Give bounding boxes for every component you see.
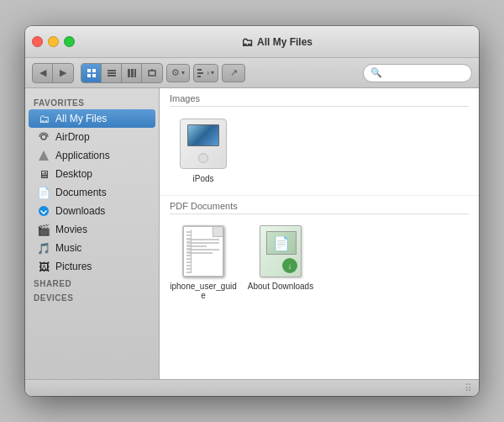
favorites-label: FAVORITES (25, 95, 159, 109)
pdf-section: PDF Documents (160, 195, 479, 312)
close-button[interactable] (32, 36, 43, 47)
share-button[interactable]: ↗ (222, 64, 245, 82)
columns-icon (127, 68, 137, 78)
ipod-screen (187, 124, 219, 146)
svg-point-17 (39, 206, 49, 216)
grid-icon (87, 68, 97, 78)
sidebar-item-documents[interactable]: 📄 Documents (29, 183, 155, 202)
action-dropdown-arrow: ▾ (181, 69, 185, 76)
arrange-button[interactable]: ▾ (193, 64, 218, 82)
pdf-content (187, 239, 219, 254)
about-downloads-icon: 📄 ↓ (260, 225, 302, 277)
search-box[interactable]: 🔍 (363, 64, 472, 82)
images-file-grid: iPods (170, 113, 469, 193)
forward-button[interactable]: ▶ (53, 64, 73, 82)
pictures-icon: 🖼 (37, 260, 50, 273)
sidebar-desktop-label: Desktop (55, 168, 92, 180)
window-title-icon: 🗂 (241, 35, 253, 49)
sidebar-documents-label: Documents (55, 187, 107, 198)
svg-rect-6 (108, 75, 116, 76)
arrange-dropdown-arrow: ▾ (211, 69, 214, 76)
sidebar-item-all-my-files[interactable]: 🗂 All My Files (29, 109, 155, 128)
iphone-guide-label: iphone_user_guide (170, 282, 237, 300)
main-area: FAVORITES 🗂 All My Files AirDrop (25, 88, 479, 379)
maximize-button[interactable] (64, 36, 75, 47)
svg-rect-1 (92, 69, 96, 72)
sidebar-item-desktop[interactable]: 🖥 Desktop (29, 165, 155, 183)
nav-buttons: ◀ ▶ (32, 63, 74, 83)
svg-rect-5 (108, 72, 116, 74)
search-icon: 🔍 (370, 67, 382, 78)
sidebar-movies-label: Movies (55, 224, 87, 235)
about-downloads-label: About Downloads (248, 282, 313, 291)
sidebar-pictures-label: Pictures (55, 261, 92, 272)
svg-rect-8 (131, 69, 134, 77)
sidebar-item-label: All My Files (55, 113, 107, 124)
file-item-ipods[interactable]: iPods (170, 117, 237, 183)
sidebar-item-pictures[interactable]: 🖼 Pictures (29, 257, 155, 276)
window-title: 🗂 All My Files (81, 35, 472, 49)
gear-icon: ⚙ (171, 67, 180, 78)
resize-handle[interactable]: ⠿ (465, 382, 472, 394)
ipods-icon-wrapper (176, 117, 230, 171)
sidebar-airdrop-label: AirDrop (55, 131, 90, 143)
sidebar-item-applications[interactable]: Applications (29, 146, 155, 165)
sidebar: FAVORITES 🗂 All My Files AirDrop (25, 88, 160, 379)
svg-rect-14 (197, 76, 201, 77)
share-icon: ↗ (230, 67, 238, 78)
sidebar-music-label: Music (55, 242, 81, 254)
downloads-icon (37, 204, 50, 218)
svg-rect-13 (197, 72, 203, 74)
statusbar: ⠿ (25, 379, 479, 396)
svg-rect-9 (134, 69, 136, 77)
toolbar: ◀ ▶ (25, 58, 479, 88)
pdf-section-header: PDF Documents (170, 201, 469, 214)
svg-rect-2 (87, 74, 91, 77)
all-my-files-icon: 🗂 (37, 112, 50, 125)
sidebar-item-downloads[interactable]: Downloads (29, 202, 155, 220)
applications-icon (37, 149, 50, 162)
devices-label: DEVICES (25, 290, 159, 304)
arrange-icon (197, 68, 209, 78)
minimize-button[interactable] (48, 36, 59, 47)
file-item-iphone-guide[interactable]: iphone_user_guide (170, 224, 237, 300)
svg-rect-0 (87, 69, 91, 72)
content-area: Images iPods PDF Documents (160, 88, 479, 379)
finder-window: 🗂 All My Files ◀ ▶ (25, 26, 479, 396)
svg-rect-12 (197, 69, 202, 71)
about-downloads-badge: ↓ (282, 258, 297, 273)
sidebar-item-music[interactable]: 🎵 Music (29, 239, 155, 257)
images-section-header: Images (170, 93, 469, 107)
iphone-guide-icon-wrapper (176, 224, 230, 278)
svg-rect-4 (108, 70, 116, 71)
list-icon (107, 68, 117, 78)
list-view-button[interactable] (102, 64, 122, 82)
cover-view-button[interactable] (142, 64, 162, 82)
airdrop-icon (37, 130, 50, 144)
about-icon-image: 📄 (266, 231, 297, 255)
back-button[interactable]: ◀ (33, 64, 53, 82)
shared-label: SHARED (25, 276, 159, 290)
pdf-file-grid: iphone_user_guide 📄 ↓ About Downloads (170, 221, 469, 310)
ipods-icon (180, 119, 227, 169)
music-icon: 🎵 (37, 241, 50, 255)
column-view-button[interactable] (122, 64, 142, 82)
cover-icon (147, 68, 157, 78)
icon-view-button[interactable] (81, 64, 102, 82)
sidebar-downloads-label: Downloads (55, 205, 105, 217)
window-title-text: All My Files (257, 36, 312, 48)
file-item-about-downloads[interactable]: 📄 ↓ About Downloads (247, 224, 314, 300)
iphone-guide-icon (182, 225, 224, 277)
view-buttons (81, 63, 163, 83)
sidebar-item-airdrop[interactable]: AirDrop (29, 128, 155, 146)
svg-marker-15 (207, 71, 209, 76)
svg-point-16 (41, 135, 46, 140)
sidebar-item-movies[interactable]: 🎬 Movies (29, 220, 155, 239)
ipods-label: iPods (192, 174, 213, 183)
svg-rect-7 (128, 69, 130, 77)
desktop-icon: 🖥 (37, 167, 50, 181)
action-button[interactable]: ⚙ ▾ (166, 64, 190, 82)
svg-rect-3 (92, 74, 96, 77)
movies-icon: 🎬 (37, 223, 50, 236)
titlebar: 🗂 All My Files (25, 26, 479, 58)
